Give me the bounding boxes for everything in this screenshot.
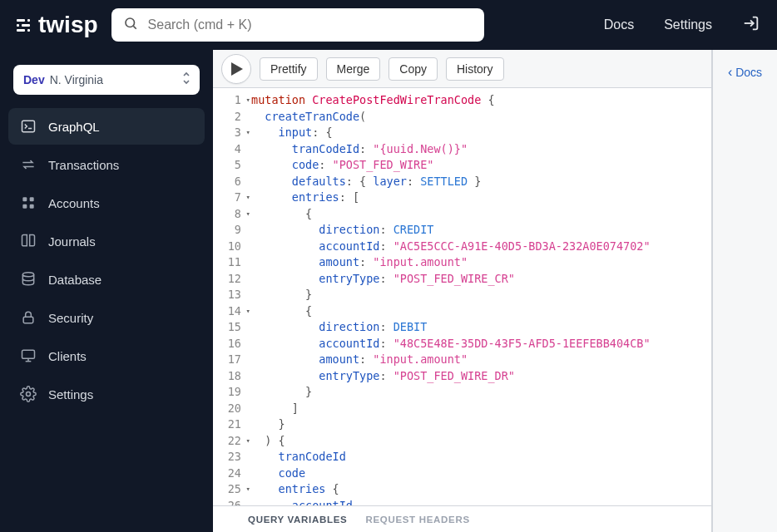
sidebar-item-settings[interactable]: Settings [8, 376, 205, 412]
sidebar-item-label: Security [48, 311, 93, 325]
search-input[interactable] [146, 17, 473, 33]
logout-icon[interactable] [742, 14, 760, 36]
svg-rect-5 [22, 204, 27, 209]
brand-text: twisp [38, 12, 98, 38]
prettify-button[interactable]: Prettify [260, 57, 318, 81]
brand-logo: twisp [17, 12, 98, 38]
copy-button[interactable]: Copy [388, 57, 438, 81]
svg-rect-3 [22, 197, 27, 201]
chevron-updown-icon [181, 71, 191, 88]
sidebar-item-label: Database [48, 273, 101, 287]
database-icon [20, 271, 37, 288]
merge-button[interactable]: Merge [326, 57, 381, 81]
search-box[interactable] [111, 8, 484, 42]
history-button[interactable]: History [446, 57, 504, 81]
svg-point-7 [22, 273, 33, 277]
search-icon [123, 16, 138, 34]
brand-icon [17, 19, 30, 32]
svg-rect-6 [30, 204, 34, 209]
svg-point-10 [27, 392, 31, 397]
editor-toolbar: Prettify Merge Copy History [213, 50, 711, 88]
sidebar-item-security[interactable]: Security [8, 299, 205, 336]
tab-query-variables[interactable]: Query Variables [248, 515, 347, 525]
sidebar-item-database[interactable]: Database [8, 261, 205, 298]
sidebar-item-label: Accounts [48, 196, 100, 210]
query-editor[interactable]: 1234567891011121314151617181920212223242… [213, 88, 711, 505]
grid-icon [20, 195, 37, 211]
settings-link[interactable]: Settings [664, 17, 712, 32]
sidebar-item-transactions[interactable]: Transactions [8, 146, 205, 183]
svg-rect-9 [22, 350, 35, 358]
transfer-icon [20, 156, 37, 173]
sidebar-item-label: Journals [48, 234, 96, 249]
sidebar-item-journals[interactable]: Journals [8, 223, 205, 259]
docs-toggle[interactable]: ‹ Docs [728, 65, 762, 80]
line-gutter: 1234567891011121314151617181920212223242… [213, 88, 245, 505]
svg-rect-8 [23, 317, 33, 323]
topbar: twisp Docs Settings [0, 0, 777, 50]
monitor-icon [20, 347, 37, 364]
terminal-icon [20, 118, 37, 135]
docs-link[interactable]: Docs [604, 17, 634, 32]
chevron-left-icon: ‹ [728, 65, 732, 80]
code-content[interactable]: mutation CreatePostFedWireTranCode { cre… [245, 88, 711, 505]
sidebar-item-label: Transactions [48, 158, 119, 172]
sidebar-item-label: Clients [48, 349, 87, 363]
env-label: Dev [23, 73, 45, 86]
sidebar-item-graphql[interactable]: GraphQL [8, 108, 205, 145]
env-region: N. Virginia [50, 73, 103, 86]
sidebar-item-label: Settings [48, 387, 93, 401]
gear-icon [20, 386, 37, 402]
execute-button[interactable] [221, 54, 251, 84]
nav: GraphQL Transactions Accounts Journals D… [8, 108, 205, 412]
sidebar-item-accounts[interactable]: Accounts [8, 185, 205, 221]
svg-rect-4 [30, 197, 34, 201]
svg-point-0 [126, 18, 135, 27]
graphiql-panel: Prettify Merge Copy History 123456789101… [213, 50, 777, 532]
play-icon [231, 62, 243, 76]
sidebar-item-clients[interactable]: Clients [8, 337, 205, 374]
sidebar-item-label: GraphQL [48, 120, 100, 134]
environment-selector[interactable]: Dev N. Virginia [13, 65, 200, 95]
svg-line-1 [133, 26, 136, 28]
tab-request-headers[interactable]: Request Headers [365, 515, 469, 525]
sidebar: Dev N. Virginia GraphQL Transactions Acc… [0, 50, 213, 532]
svg-rect-2 [22, 121, 35, 131]
book-icon [20, 233, 37, 249]
lock-icon [20, 309, 37, 326]
editor-bottom-tabs: Query Variables Request Headers [213, 505, 711, 532]
docs-sidebar: ‹ Docs [712, 50, 777, 532]
